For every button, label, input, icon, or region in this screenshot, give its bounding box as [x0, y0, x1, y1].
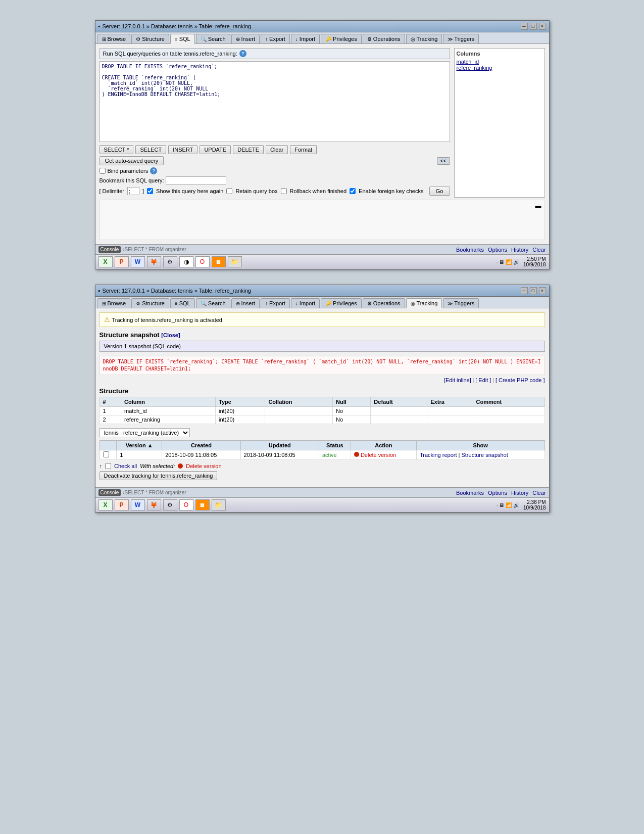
console-history-1[interactable]: History: [511, 247, 528, 253]
versions-col-action: Action: [351, 441, 416, 450]
tab-import-2[interactable]: ↓Import: [291, 298, 320, 308]
version-action-1: Delete version: [351, 450, 416, 460]
console-history-2[interactable]: History: [511, 490, 528, 496]
delete-btn[interactable]: DELETE: [233, 145, 264, 154]
select-btn[interactable]: SELECT: [135, 145, 166, 154]
check-all-checkbox[interactable]: [105, 463, 111, 469]
tab-tracking-2[interactable]: ◎Tracking: [406, 298, 442, 308]
delete-version-action-link[interactable]: Delete version: [186, 463, 221, 469]
taskbar-excel-1[interactable]: X: [98, 256, 113, 267]
tab-browse-2[interactable]: ⊞Browse: [97, 298, 131, 308]
tab-triggers-1[interactable]: ≫Triggers: [443, 34, 479, 43]
deactivate-tracking-btn[interactable]: Deactivate tracking for tennis.refere_ra…: [100, 471, 218, 480]
tab-export-2[interactable]: ↑Export: [261, 298, 290, 308]
delimiter-input[interactable]: [127, 187, 139, 195]
col-header-column: Column: [121, 397, 216, 407]
close-btn-2[interactable]: ×: [539, 287, 546, 294]
tab-operations-1[interactable]: ⚙Operations: [363, 34, 405, 43]
tab-structure-1[interactable]: ⚙Structure: [131, 34, 169, 43]
create-php-link[interactable]: [ Create PHP code ]: [496, 377, 545, 383]
get-auto-saved-btn[interactable]: Get auto-saved query: [100, 156, 164, 165]
column-match-id[interactable]: match_id: [457, 59, 542, 65]
bind-params-label: Bind parameters: [108, 168, 148, 174]
taskbar-ppt-2[interactable]: P: [115, 499, 129, 511]
console-clear-1[interactable]: Clear: [532, 247, 546, 253]
tab-export-1[interactable]: ↑Export: [261, 34, 290, 43]
retain-box-checkbox[interactable]: [226, 188, 232, 194]
collapse-columns-btn[interactable]: <<: [437, 157, 450, 165]
maximize-btn-2[interactable]: □: [530, 287, 537, 294]
edit-inline-link[interactable]: [Edit inline]: [444, 377, 471, 383]
tab-structure-2[interactable]: ⚙Structure: [131, 298, 169, 308]
select-star-btn[interactable]: SELECT *: [100, 145, 134, 154]
tab-insert-2[interactable]: ⊕Insert: [231, 298, 260, 308]
column-refere-ranking[interactable]: refere_ranking: [457, 65, 542, 71]
edit-link[interactable]: [ Edit ]: [475, 377, 491, 383]
taskbar-orange-2[interactable]: ▦: [195, 499, 210, 511]
taskbar-ppt-1[interactable]: P: [115, 256, 129, 267]
tab-operations-2[interactable]: ⚙Operations: [363, 298, 405, 308]
clear-btn[interactable]: Clear: [266, 145, 288, 154]
taskbar-excel-2[interactable]: X: [98, 499, 113, 511]
taskbar-files-1[interactable]: 📁: [228, 256, 242, 267]
titlebar-controls-2[interactable]: ─ □ ×: [521, 287, 546, 294]
minimize-content-icon[interactable]: ▬: [535, 202, 541, 209]
taskbar-firefox-2[interactable]: 🦊: [147, 499, 161, 511]
taskbar-chrome-1[interactable]: ◑: [179, 256, 193, 267]
tab-privileges-1[interactable]: 🔑Privileges: [321, 34, 362, 43]
rollback-checkbox[interactable]: [281, 188, 287, 194]
taskbar-opera-2[interactable]: O: [179, 499, 193, 511]
update-btn[interactable]: UPDATE: [200, 145, 231, 154]
tab-search-1[interactable]: 🔍Search: [196, 34, 230, 43]
maximize-btn-1[interactable]: □: [530, 23, 537, 30]
taskbar-word-1[interactable]: W: [131, 256, 145, 267]
window-icon-1: ▪: [98, 23, 101, 29]
tab-triggers-2[interactable]: ≫Triggers: [443, 298, 479, 308]
format-btn[interactable]: Format: [290, 145, 317, 154]
titlebar-controls-1[interactable]: ─ □ ×: [521, 23, 546, 30]
taskbar-settings-1[interactable]: ⚙: [163, 256, 177, 267]
taskbar-settings-2[interactable]: ⚙: [163, 499, 177, 511]
close-snapshot-link[interactable]: [Close]: [161, 332, 180, 338]
clock-date-2: 10/9/2018: [523, 505, 546, 511]
tab-insert-1[interactable]: ⊕Insert: [231, 34, 260, 43]
check-all-link[interactable]: Check all: [114, 463, 137, 469]
delete-version-link[interactable]: Delete version: [361, 452, 396, 458]
bookmark-input[interactable]: [166, 176, 226, 184]
tab-sql-1[interactable]: ≡SQL: [170, 34, 195, 44]
show-again-checkbox[interactable]: [147, 188, 153, 194]
versions-table: Version ▲ Created Updated Status Action …: [100, 440, 545, 460]
close-btn-1[interactable]: ×: [539, 23, 546, 30]
versions-select[interactable]: tennis . refere_ranking (active): [100, 428, 190, 437]
console-bookmarks-1[interactable]: Bookmarks: [456, 247, 484, 253]
go-btn[interactable]: Go: [429, 187, 450, 196]
titlebar-2: ▪ Server: 127.0.0.1 » Database: tennis »…: [95, 285, 549, 297]
console-options-2[interactable]: Options: [488, 490, 507, 496]
taskbar-opera-1[interactable]: O: [195, 256, 210, 267]
tab-sql-2[interactable]: ≡SQL: [170, 298, 195, 308]
console-clear-2[interactable]: Clear: [532, 490, 546, 496]
structure-snapshot-link[interactable]: Structure snapshot: [461, 452, 508, 458]
tab-search-2[interactable]: 🔍Search: [196, 298, 230, 308]
taskbar-firefox-1[interactable]: 🦊: [147, 256, 161, 267]
tab-tracking-1[interactable]: ◎Tracking: [406, 34, 442, 43]
minimize-btn-1[interactable]: ─: [521, 23, 528, 30]
tracking-report-link[interactable]: Tracking report: [420, 452, 457, 458]
struct-extra-1: [427, 407, 473, 415]
insert-btn[interactable]: INSERT: [168, 145, 197, 154]
tracking-info-banner: ⚠ Tracking of tennis.refere_ranking is a…: [100, 312, 545, 327]
console-options-1[interactable]: Options: [488, 247, 507, 253]
foreign-keys-checkbox[interactable]: [350, 188, 356, 194]
console-bookmarks-2[interactable]: Bookmarks: [456, 490, 484, 496]
minimize-btn-2[interactable]: ─: [521, 287, 528, 294]
version-checkbox-1[interactable]: [100, 450, 117, 460]
taskbar-files-2[interactable]: 📁: [212, 499, 226, 511]
tab-browse-1[interactable]: ⊞Browse: [97, 34, 131, 43]
taskbar-word-2[interactable]: W: [131, 499, 145, 511]
bind-params-checkbox[interactable]: [100, 168, 106, 174]
taskbar-orange-1[interactable]: ▦: [212, 256, 226, 267]
tab-privileges-2[interactable]: 🔑Privileges: [321, 298, 362, 308]
with-selected-label: With selected:: [140, 463, 175, 469]
tab-import-1[interactable]: ↓Import: [291, 34, 320, 43]
sql-textarea[interactable]: DROP TABLE IF EXISTS `refere_ranking`; C…: [100, 61, 450, 142]
